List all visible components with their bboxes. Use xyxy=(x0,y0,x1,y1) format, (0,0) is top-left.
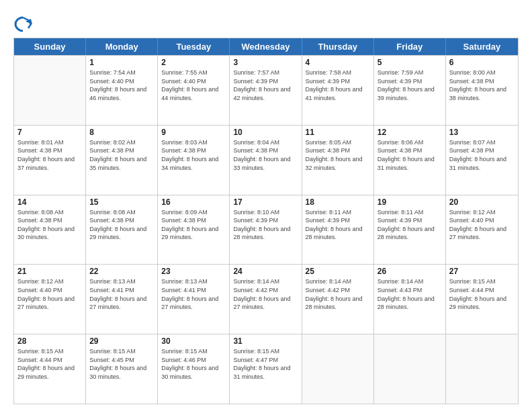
day-number: 27 xyxy=(449,267,515,276)
weekday-header: Friday xyxy=(374,38,446,55)
day-number: 13 xyxy=(449,128,515,137)
weekday-header: Sunday xyxy=(14,38,86,55)
calendar-cell xyxy=(374,334,446,404)
day-number: 26 xyxy=(378,267,442,276)
day-info: Sunrise: 8:12 AM Sunset: 4:40 PM Dayligh… xyxy=(17,277,82,311)
calendar-row: 14Sunrise: 8:08 AM Sunset: 4:38 PM Dayli… xyxy=(14,195,518,265)
day-info: Sunrise: 8:01 AM Sunset: 4:38 PM Dayligh… xyxy=(17,138,82,172)
weekday-header: Thursday xyxy=(302,38,374,55)
calendar-cell: 21Sunrise: 8:12 AM Sunset: 4:40 PM Dayli… xyxy=(14,265,86,334)
day-info: Sunrise: 8:07 AM Sunset: 4:38 PM Dayligh… xyxy=(449,138,515,172)
day-number: 20 xyxy=(449,197,515,207)
day-number: 7 xyxy=(17,128,82,137)
day-number: 21 xyxy=(17,267,82,276)
calendar-body: 1Sunrise: 7:54 AM Sunset: 4:40 PM Daylig… xyxy=(14,55,518,404)
day-info: Sunrise: 8:08 AM Sunset: 4:38 PM Dayligh… xyxy=(89,208,154,242)
calendar-cell: 22Sunrise: 8:13 AM Sunset: 4:41 PM Dayli… xyxy=(86,265,158,334)
day-info: Sunrise: 8:14 AM Sunset: 4:42 PM Dayligh… xyxy=(306,277,370,311)
day-info: Sunrise: 7:57 AM Sunset: 4:39 PM Dayligh… xyxy=(233,68,298,102)
calendar-cell: 9Sunrise: 8:03 AM Sunset: 4:38 PM Daylig… xyxy=(158,126,230,195)
calendar-row: 1Sunrise: 7:54 AM Sunset: 4:40 PM Daylig… xyxy=(14,55,518,125)
day-number: 3 xyxy=(233,58,298,67)
day-number: 10 xyxy=(233,128,298,137)
calendar-cell: 6Sunrise: 8:00 AM Sunset: 4:38 PM Daylig… xyxy=(446,56,518,125)
calendar-cell: 20Sunrise: 8:12 AM Sunset: 4:40 PM Dayli… xyxy=(446,195,518,265)
calendar-cell: 19Sunrise: 8:11 AM Sunset: 4:39 PM Dayli… xyxy=(374,195,446,265)
calendar-cell: 10Sunrise: 8:04 AM Sunset: 4:38 PM Dayli… xyxy=(230,126,302,195)
day-info: Sunrise: 8:09 AM Sunset: 4:38 PM Dayligh… xyxy=(161,208,226,242)
day-info: Sunrise: 8:12 AM Sunset: 4:40 PM Dayligh… xyxy=(449,208,515,242)
day-info: Sunrise: 8:11 AM Sunset: 4:39 PM Dayligh… xyxy=(306,208,370,242)
calendar-cell: 17Sunrise: 8:10 AM Sunset: 4:39 PM Dayli… xyxy=(230,195,302,265)
calendar-cell: 25Sunrise: 8:14 AM Sunset: 4:42 PM Dayli… xyxy=(302,265,374,334)
day-number: 24 xyxy=(233,267,298,276)
day-info: Sunrise: 8:04 AM Sunset: 4:38 PM Dayligh… xyxy=(233,138,298,172)
calendar-page: SundayMondayTuesdayWednesdayThursdayFrid… xyxy=(0,0,532,411)
day-info: Sunrise: 8:13 AM Sunset: 4:41 PM Dayligh… xyxy=(89,277,154,311)
calendar-cell: 14Sunrise: 8:08 AM Sunset: 4:38 PM Dayli… xyxy=(14,195,86,265)
calendar-cell: 24Sunrise: 8:14 AM Sunset: 4:42 PM Dayli… xyxy=(230,265,302,334)
calendar-header: SundayMondayTuesdayWednesdayThursdayFrid… xyxy=(14,38,518,55)
weekday-header: Saturday xyxy=(446,38,518,55)
day-number: 4 xyxy=(306,58,370,67)
day-number: 6 xyxy=(449,58,515,67)
calendar-cell: 29Sunrise: 8:15 AM Sunset: 4:45 PM Dayli… xyxy=(86,334,158,404)
day-info: Sunrise: 8:15 AM Sunset: 4:46 PM Dayligh… xyxy=(161,347,226,381)
calendar-cell: 15Sunrise: 8:08 AM Sunset: 4:38 PM Dayli… xyxy=(86,195,158,265)
day-info: Sunrise: 8:11 AM Sunset: 4:39 PM Dayligh… xyxy=(378,208,442,242)
calendar-cell xyxy=(446,334,518,404)
day-info: Sunrise: 8:00 AM Sunset: 4:38 PM Dayligh… xyxy=(449,68,515,102)
day-number: 15 xyxy=(89,197,154,207)
day-number: 29 xyxy=(89,336,154,346)
calendar-row: 28Sunrise: 8:15 AM Sunset: 4:44 PM Dayli… xyxy=(14,334,518,404)
calendar-cell: 16Sunrise: 8:09 AM Sunset: 4:38 PM Dayli… xyxy=(158,195,230,265)
day-number: 1 xyxy=(89,58,154,67)
calendar-cell: 13Sunrise: 8:07 AM Sunset: 4:38 PM Dayli… xyxy=(446,126,518,195)
day-number: 19 xyxy=(378,197,442,207)
day-number: 16 xyxy=(161,197,226,207)
calendar-cell: 7Sunrise: 8:01 AM Sunset: 4:38 PM Daylig… xyxy=(14,126,86,195)
calendar-cell: 3Sunrise: 7:57 AM Sunset: 4:39 PM Daylig… xyxy=(230,56,302,125)
day-info: Sunrise: 7:59 AM Sunset: 4:39 PM Dayligh… xyxy=(378,68,442,102)
day-number: 9 xyxy=(161,128,226,137)
day-number: 17 xyxy=(233,197,298,207)
weekday-header: Wednesday xyxy=(230,38,302,55)
calendar-cell: 30Sunrise: 8:15 AM Sunset: 4:46 PM Dayli… xyxy=(158,334,230,404)
calendar: SundayMondayTuesdayWednesdayThursdayFrid… xyxy=(13,38,519,404)
calendar-cell: 12Sunrise: 8:06 AM Sunset: 4:38 PM Dayli… xyxy=(374,126,446,195)
day-number: 28 xyxy=(17,336,82,346)
calendar-cell: 5Sunrise: 7:59 AM Sunset: 4:39 PM Daylig… xyxy=(374,56,446,125)
calendar-cell xyxy=(302,334,374,404)
calendar-row: 7Sunrise: 8:01 AM Sunset: 4:38 PM Daylig… xyxy=(14,125,518,195)
day-info: Sunrise: 8:05 AM Sunset: 4:38 PM Dayligh… xyxy=(306,138,370,172)
day-info: Sunrise: 8:15 AM Sunset: 4:44 PM Dayligh… xyxy=(17,347,82,381)
calendar-cell: 27Sunrise: 8:15 AM Sunset: 4:44 PM Dayli… xyxy=(446,265,518,334)
day-info: Sunrise: 8:06 AM Sunset: 4:38 PM Dayligh… xyxy=(378,138,442,172)
logo-icon xyxy=(13,15,32,34)
day-info: Sunrise: 7:54 AM Sunset: 4:40 PM Dayligh… xyxy=(89,68,154,102)
weekday-header: Tuesday xyxy=(158,38,230,55)
calendar-cell: 18Sunrise: 8:11 AM Sunset: 4:39 PM Dayli… xyxy=(302,195,374,265)
day-info: Sunrise: 8:02 AM Sunset: 4:38 PM Dayligh… xyxy=(89,138,154,172)
day-info: Sunrise: 8:15 AM Sunset: 4:44 PM Dayligh… xyxy=(449,277,515,311)
day-info: Sunrise: 8:03 AM Sunset: 4:38 PM Dayligh… xyxy=(161,138,226,172)
day-info: Sunrise: 8:15 AM Sunset: 4:47 PM Dayligh… xyxy=(233,347,298,381)
day-number: 2 xyxy=(161,58,226,67)
calendar-cell xyxy=(14,56,86,125)
day-number: 30 xyxy=(161,336,226,346)
day-number: 25 xyxy=(306,267,370,276)
calendar-cell: 2Sunrise: 7:55 AM Sunset: 4:40 PM Daylig… xyxy=(158,56,230,125)
day-number: 14 xyxy=(17,197,82,207)
day-info: Sunrise: 8:13 AM Sunset: 4:41 PM Dayligh… xyxy=(161,277,226,311)
day-number: 5 xyxy=(378,58,442,67)
weekday-header: Monday xyxy=(86,38,158,55)
day-info: Sunrise: 8:10 AM Sunset: 4:39 PM Dayligh… xyxy=(233,208,298,242)
calendar-cell: 23Sunrise: 8:13 AM Sunset: 4:41 PM Dayli… xyxy=(158,265,230,334)
day-number: 22 xyxy=(89,267,154,276)
calendar-cell: 11Sunrise: 8:05 AM Sunset: 4:38 PM Dayli… xyxy=(302,126,374,195)
header xyxy=(13,12,519,34)
calendar-cell: 28Sunrise: 8:15 AM Sunset: 4:44 PM Dayli… xyxy=(14,334,86,404)
logo xyxy=(13,15,35,34)
calendar-cell: 8Sunrise: 8:02 AM Sunset: 4:38 PM Daylig… xyxy=(86,126,158,195)
day-info: Sunrise: 8:08 AM Sunset: 4:38 PM Dayligh… xyxy=(17,208,82,242)
